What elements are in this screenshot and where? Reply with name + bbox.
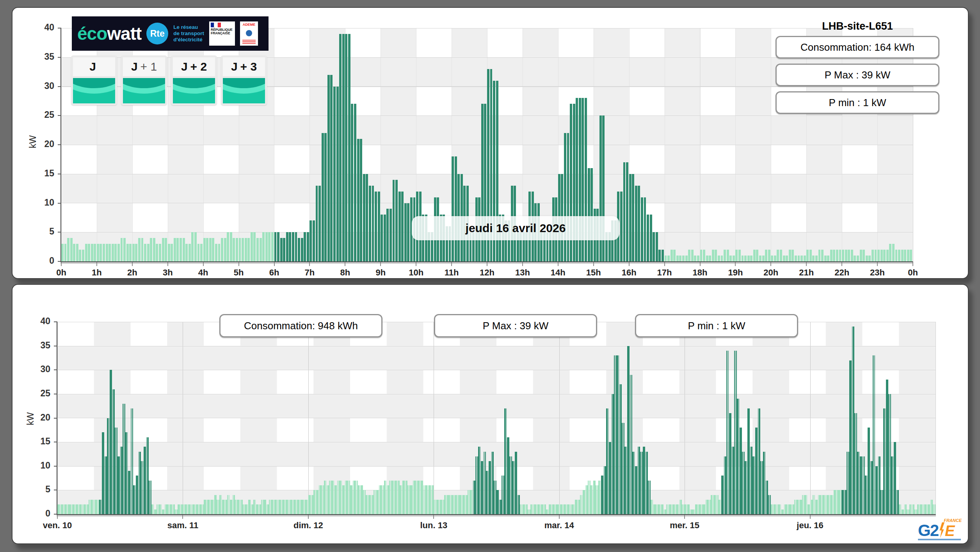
bar[interactable] <box>366 174 368 261</box>
bar[interactable] <box>789 250 791 261</box>
bar[interactable] <box>727 250 729 261</box>
bar[interactable] <box>706 256 708 261</box>
bar[interactable] <box>590 168 593 261</box>
bar[interactable] <box>671 250 673 261</box>
bar[interactable] <box>721 256 723 261</box>
bar[interactable] <box>798 256 800 261</box>
bar[interactable] <box>733 256 735 261</box>
bar[interactable] <box>880 250 883 261</box>
tab-day-j3[interactable]: J+ 3 <box>221 55 267 105</box>
bar[interactable] <box>883 250 886 261</box>
bar[interactable] <box>809 250 812 261</box>
bar[interactable] <box>682 256 685 261</box>
bar[interactable] <box>742 256 744 261</box>
bar[interactable] <box>61 244 64 261</box>
bar[interactable] <box>738 250 741 261</box>
bar[interactable] <box>295 232 297 261</box>
bar[interactable] <box>375 192 377 261</box>
bar[interactable] <box>845 250 847 261</box>
bar[interactable] <box>854 256 856 261</box>
bar[interactable] <box>112 244 114 261</box>
bar[interactable] <box>180 238 182 261</box>
bar[interactable] <box>729 256 732 261</box>
bar[interactable] <box>877 250 880 261</box>
bar[interactable] <box>662 250 664 261</box>
bar[interactable] <box>386 209 389 261</box>
bar[interactable] <box>691 250 694 261</box>
bar[interactable] <box>452 156 454 261</box>
bar[interactable] <box>795 256 797 261</box>
bar[interactable] <box>354 104 356 261</box>
bar[interactable] <box>868 256 871 261</box>
bar[interactable] <box>73 244 75 261</box>
bar[interactable] <box>806 250 809 261</box>
bar[interactable] <box>94 244 96 261</box>
bar[interactable] <box>765 250 767 261</box>
weekly-chart-plot[interactable]: 0510152025303540ven. 10sam. 11dim. 12lun… <box>57 322 936 515</box>
bar[interactable] <box>629 174 631 261</box>
bar[interactable] <box>860 250 862 261</box>
bar[interactable] <box>632 174 634 261</box>
bar[interactable] <box>641 197 643 261</box>
bar[interactable] <box>907 250 909 261</box>
bar[interactable] <box>703 250 705 261</box>
bar[interactable] <box>875 250 877 261</box>
bar[interactable] <box>935 504 936 514</box>
bar[interactable] <box>247 238 250 261</box>
bar[interactable] <box>126 244 129 261</box>
bar[interactable] <box>189 244 191 261</box>
bar[interactable] <box>114 244 117 261</box>
bar[interactable] <box>165 238 167 261</box>
bar[interactable] <box>141 238 144 261</box>
bar[interactable] <box>626 162 628 261</box>
bar[interactable] <box>407 203 409 262</box>
bar[interactable] <box>339 34 341 261</box>
bar[interactable] <box>390 209 392 261</box>
bar[interactable] <box>650 215 652 261</box>
bar[interactable] <box>800 256 803 261</box>
bar[interactable] <box>644 197 646 261</box>
bar[interactable] <box>256 238 259 261</box>
bar[interactable] <box>821 250 823 261</box>
bar[interactable] <box>307 232 309 261</box>
bar[interactable] <box>313 220 315 261</box>
bar[interactable] <box>153 238 155 261</box>
bar[interactable] <box>117 244 120 261</box>
bar[interactable] <box>381 215 383 261</box>
bar[interactable] <box>209 238 212 261</box>
bar[interactable] <box>658 250 661 261</box>
bar[interactable] <box>85 244 87 261</box>
bar[interactable] <box>224 238 226 261</box>
bar[interactable] <box>227 232 229 261</box>
bar[interactable] <box>70 238 73 261</box>
bar[interactable] <box>783 256 785 261</box>
bar[interactable] <box>218 244 221 261</box>
bar[interactable] <box>886 250 889 261</box>
bar[interactable] <box>191 232 194 261</box>
bar[interactable] <box>330 75 333 261</box>
bar[interactable] <box>230 232 232 261</box>
bar[interactable] <box>324 133 327 261</box>
bar[interactable] <box>147 244 149 261</box>
bar[interactable] <box>100 244 102 261</box>
bar[interactable] <box>260 238 262 261</box>
bar[interactable] <box>304 232 306 261</box>
bar[interactable] <box>183 238 185 261</box>
bar[interactable] <box>286 232 288 261</box>
bar[interactable] <box>378 192 380 261</box>
bar[interactable] <box>203 238 206 261</box>
bar[interactable] <box>744 256 747 261</box>
bar[interactable] <box>567 133 569 261</box>
tab-day-j2[interactable]: J+ 2 <box>171 55 217 105</box>
bar[interactable] <box>88 244 90 261</box>
bar[interactable] <box>404 203 407 262</box>
bar[interactable] <box>103 244 105 261</box>
bar[interactable] <box>673 250 676 261</box>
bar[interactable] <box>667 256 670 261</box>
bar[interactable] <box>889 244 891 261</box>
bar[interactable] <box>318 186 321 261</box>
bar[interactable] <box>676 256 679 261</box>
bar[interactable] <box>588 168 590 261</box>
bar[interactable] <box>564 133 566 261</box>
bar[interactable] <box>280 238 283 261</box>
